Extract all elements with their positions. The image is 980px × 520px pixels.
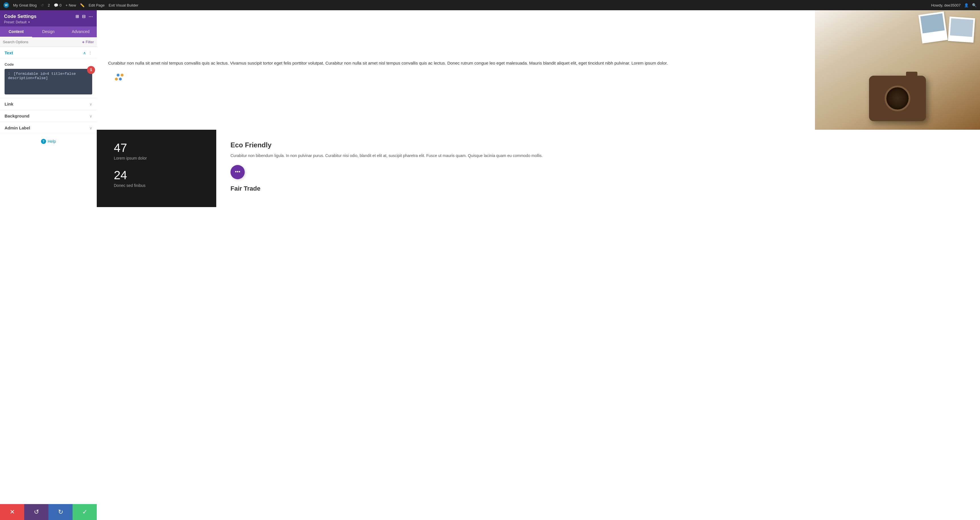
code-label: Code: [5, 62, 92, 67]
polaroid-1: [918, 11, 948, 43]
preset-chevron-icon: ▼: [28, 21, 30, 24]
sidebar-icon-columns[interactable]: ⊟: [82, 14, 86, 19]
section-background-header[interactable]: Background ∨: [0, 110, 97, 122]
sidebar-preset[interactable]: Preset: Default ▼: [4, 20, 93, 24]
search-input[interactable]: [3, 40, 82, 44]
sidebar-help: ? Help: [0, 134, 97, 148]
admin-bar-new[interactable]: + New: [65, 3, 76, 7]
camera-notch: [906, 72, 917, 77]
sidebar-preset-label: Preset: Default: [4, 20, 27, 24]
tab-advanced[interactable]: Advanced: [65, 27, 97, 37]
bottom-toolbar: ✕ ↺ ↻ ✓: [0, 504, 97, 520]
content-area: Curabitur non nulla sit amet nisl tempus…: [97, 10, 980, 520]
content-eco: Eco Friendly Curabitur non bibendum ligu…: [216, 130, 980, 207]
tab-design[interactable]: Design: [32, 27, 64, 37]
admin-bar-loop-count[interactable]: 2: [48, 3, 50, 7]
wp-logo-icon[interactable]: W: [3, 2, 9, 8]
more-options-button[interactable]: •••: [231, 165, 245, 179]
content-top: Curabitur non nulla sit amet nisl tempus…: [97, 10, 980, 130]
admin-bar-avatar-icon: 👤: [964, 3, 969, 7]
section-admin-label-title: Admin Label: [5, 126, 30, 130]
section-background-icons: ∨: [89, 114, 92, 118]
filter-label: Filter: [86, 40, 94, 44]
section-link-header[interactable]: Link ∨: [0, 98, 97, 110]
sidebar-title-text: Code Settings: [4, 14, 37, 19]
dot-1: [117, 74, 119, 76]
fair-trade-title: Fair Trade: [231, 185, 966, 192]
section-text-more-icon[interactable]: ⋮: [88, 51, 92, 55]
wp-admin-bar: W My Great Blog ↺ 2 💬 0 + New ✏️ Edit Pa…: [0, 0, 980, 10]
admin-bar-user: Howdy, dee35007: [931, 3, 961, 7]
polaroid-img-2: [950, 18, 973, 37]
sidebar-header: Code Settings ⊞ ⊟ ⋯ Preset: Default ▼: [0, 10, 97, 27]
stat-1-number: 47: [114, 141, 199, 155]
polaroid-2: [948, 16, 975, 43]
stat-2-label: Donec sed finibus: [114, 183, 199, 188]
filter-plus-icon: +: [82, 40, 84, 45]
cancel-button[interactable]: ✕: [0, 504, 24, 520]
section-admin-label-expand-icon[interactable]: ∨: [89, 126, 92, 130]
content-image: [815, 10, 980, 130]
admin-bar-search-icon[interactable]: 🔍: [972, 3, 977, 7]
sidebar-title-icons: ⊞ ⊟ ⋯: [75, 14, 93, 19]
section-background-expand-icon[interactable]: ∨: [89, 114, 92, 118]
section-link-icons: ∨: [89, 102, 92, 107]
polaroid-img-1: [920, 13, 945, 33]
camera-lens: [885, 86, 910, 111]
sidebar-icon-more[interactable]: ⋯: [89, 14, 93, 19]
admin-bar-exit-builder[interactable]: Exit Visual Builder: [109, 3, 138, 7]
help-label: Help: [48, 139, 56, 144]
loader-dots: [108, 74, 803, 81]
filter-button[interactable]: + Filter: [82, 40, 94, 45]
section-background-title: Background: [5, 113, 30, 118]
dot-4: [119, 78, 122, 81]
section-link-expand-icon[interactable]: ∨: [89, 102, 92, 107]
admin-bar-edit-page[interactable]: Edit Page: [89, 3, 105, 7]
sidebar-tabs: Content Design Advanced: [0, 27, 97, 37]
admin-bar-comments[interactable]: 💬 0: [54, 3, 62, 7]
sidebar-icon-grid[interactable]: ⊞: [75, 14, 79, 19]
dot-2: [121, 74, 124, 76]
content-bottom: 47 Lorem ipsum dolor 24 Donec sed finibu…: [97, 130, 980, 207]
code-badge: 1: [87, 66, 95, 74]
code-value: [formidable id=4 title=false description…: [8, 72, 76, 80]
sidebar-content: + Filter Text ∧ ⋮ Code 1[formidable id=4…: [0, 37, 97, 504]
section-text-body: Code 1[formidable id=4 title=false descr…: [0, 59, 97, 98]
sidebar: Code Settings ⊞ ⊟ ⋯ Preset: Default ▼ Co…: [0, 10, 97, 520]
dot-3: [115, 78, 118, 81]
stat-2-number: 24: [114, 169, 199, 182]
save-button[interactable]: ✓: [73, 504, 97, 520]
admin-bar-blog-name[interactable]: My Great Blog: [13, 3, 37, 7]
section-text-collapse-icon[interactable]: ∧: [83, 51, 86, 55]
camera-shape: [869, 76, 926, 121]
stat-1-label: Lorem ipsum dolor: [114, 156, 199, 161]
eco-title: Eco Friendly: [231, 141, 966, 149]
content-paragraph: Curabitur non nulla sit amet nisl tempus…: [108, 59, 803, 67]
section-text-header[interactable]: Text ∧ ⋮: [0, 47, 97, 59]
polaroid-photos: [920, 13, 974, 42]
tab-content[interactable]: Content: [0, 27, 32, 37]
eco-text: Curabitur non bibendum ligula. In non pu…: [231, 153, 966, 159]
content-stats: 47 Lorem ipsum dolor 24 Donec sed finibu…: [97, 130, 216, 207]
code-editor[interactable]: 1[formidable id=4 title=false descriptio…: [5, 69, 92, 94]
sidebar-search-bar: + Filter: [0, 37, 97, 47]
admin-bar-right: Howdy, dee35007 👤 🔍: [931, 3, 977, 7]
undo-button[interactable]: ↺: [24, 504, 48, 520]
content-text: Curabitur non nulla sit amet nisl tempus…: [97, 10, 815, 130]
help-icon: ?: [41, 139, 46, 144]
redo-button[interactable]: ↻: [48, 504, 73, 520]
section-link-title: Link: [5, 102, 13, 107]
code-line-1: 1: [8, 72, 10, 76]
section-text-title: Text: [5, 50, 13, 55]
section-text-icons: ∧ ⋮: [83, 51, 92, 55]
section-admin-label-header[interactable]: Admin Label ∨: [0, 122, 97, 134]
section-admin-label-icons: ∨: [89, 126, 92, 130]
sidebar-title: Code Settings ⊞ ⊟ ⋯: [4, 14, 93, 19]
help-link[interactable]: ? Help: [41, 139, 56, 144]
main-layout: Code Settings ⊞ ⊟ ⋯ Preset: Default ▼ Co…: [0, 10, 980, 520]
